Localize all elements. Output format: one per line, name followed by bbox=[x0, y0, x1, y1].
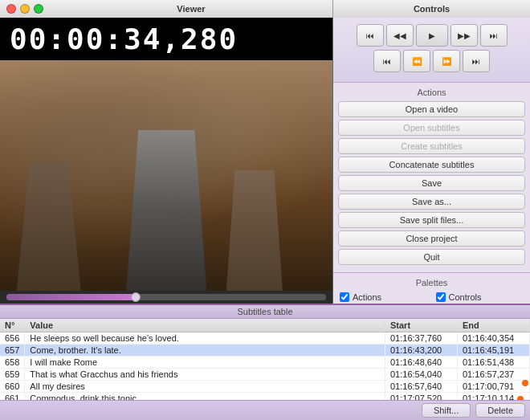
save-as-button[interactable]: Save as... bbox=[338, 194, 525, 210]
open-subtitles-button[interactable]: Open subtitles bbox=[338, 120, 525, 136]
cell-start: 01:16:54,040 bbox=[385, 369, 458, 381]
controls-title: Controls bbox=[333, 4, 530, 14]
palette-col-1: Actions Meter Movie Subtitles bbox=[338, 292, 430, 304]
table-header-row: N° Value Start End bbox=[0, 319, 530, 332]
maximize-button[interactable] bbox=[34, 4, 43, 14]
transport-row-1: ⏮ ◀◀ ▶ ▶▶ ⏭ bbox=[340, 24, 524, 47]
open-video-button[interactable]: Open a video bbox=[338, 101, 525, 117]
figure-right bbox=[226, 170, 283, 291]
cell-n: 659 bbox=[0, 369, 25, 381]
video-frame bbox=[0, 60, 332, 291]
play-button[interactable]: ▶ bbox=[416, 24, 448, 47]
subtitles-table-header: Subtitles table bbox=[0, 305, 530, 319]
palette-controls[interactable]: Controls bbox=[434, 292, 526, 303]
palette-columns: Actions Meter Movie Subtitles bbox=[338, 292, 525, 304]
controls-titlebar: Controls bbox=[333, 0, 530, 18]
window-buttons bbox=[0, 4, 50, 14]
cell-value: That is what Gracchus and his friends bbox=[25, 369, 385, 381]
delete-button[interactable]: Delete bbox=[475, 403, 525, 418]
cell-end: 01:17:00,791 bbox=[458, 381, 530, 393]
palette-actions-label: Actions bbox=[353, 292, 381, 302]
close-button[interactable] bbox=[6, 4, 16, 14]
video-area bbox=[0, 60, 332, 291]
table-row[interactable]: 660 All my desires 01:16:57,640 01:17:00… bbox=[0, 381, 530, 393]
scrubber-track[interactable] bbox=[6, 294, 326, 300]
cell-end: 01:16:57,237 bbox=[458, 369, 530, 381]
minimize-button[interactable] bbox=[20, 4, 30, 14]
col-header-n: N° bbox=[0, 319, 25, 332]
save-button[interactable]: Save bbox=[338, 175, 525, 191]
subtitles-panel: Subtitles table N° Value Start End 656 H… bbox=[0, 304, 530, 420]
next-frame-button[interactable]: ▶▶ bbox=[450, 24, 478, 47]
quit-button[interactable]: Quit bbox=[338, 249, 525, 265]
cell-n: 661 bbox=[0, 393, 25, 401]
table-row[interactable]: 658 I will make Rome 01:16:48,640 01:16:… bbox=[0, 357, 530, 369]
viewer-title: Viewer bbox=[50, 4, 332, 14]
palette-actions-checkbox[interactable] bbox=[340, 292, 349, 302]
subtitles-footer: Shift... Delete bbox=[0, 400, 530, 420]
table-row[interactable]: 656 He sleeps so well because he's loved… bbox=[0, 332, 530, 345]
cell-value: Come, brother. It's late. bbox=[25, 345, 385, 357]
scrubber-bar[interactable] bbox=[0, 291, 332, 304]
cell-n: 657 bbox=[0, 345, 25, 357]
scroll-indicator bbox=[522, 380, 528, 386]
cell-start: 01:16:48,640 bbox=[385, 357, 458, 369]
timecode-display: 00:00:34,280 bbox=[0, 18, 332, 60]
cell-value: All my desires bbox=[25, 381, 385, 393]
rewind-button[interactable]: ⏪ bbox=[403, 50, 430, 72]
close-project-button[interactable]: Close project bbox=[338, 230, 525, 247]
scrubber-thumb[interactable] bbox=[131, 292, 141, 302]
transport-area: ⏮ ◀◀ ▶ ▶▶ ⏭ ⏮ ⏪ ⏩ ⏭ bbox=[333, 18, 530, 83]
rewind-start-button[interactable]: ⏮ bbox=[373, 50, 401, 72]
prev-frame-button[interactable]: ◀◀ bbox=[386, 24, 414, 47]
actions-section: Actions Open a video Open subtitles Crea… bbox=[333, 83, 530, 273]
cell-end: 01:16:51,438 bbox=[458, 357, 530, 369]
controls-panel: ⏮ ◀◀ ▶ ▶▶ ⏭ ⏮ ⏪ ⏩ ⏭ Actions Open a video… bbox=[333, 18, 530, 304]
concatenate-subtitles-button[interactable]: Concatenate subtitles bbox=[338, 157, 525, 173]
cell-n: 658 bbox=[0, 357, 25, 369]
shift-button[interactable]: Shift... bbox=[422, 403, 471, 418]
cell-end: 01:17:10,114 bbox=[458, 393, 530, 401]
cell-value: I will make Rome bbox=[25, 357, 385, 369]
palette-controls-checkbox[interactable] bbox=[436, 292, 446, 302]
save-split-button[interactable]: Save split files... bbox=[338, 212, 525, 228]
viewer-titlebar: Viewer bbox=[0, 0, 333, 18]
cell-start: 01:16:43,200 bbox=[385, 345, 458, 357]
cell-value: He sleeps so well because he's loved. bbox=[25, 332, 385, 345]
palettes-header: Palettes bbox=[338, 278, 525, 287]
viewer-panel: 00:00:34,280 bbox=[0, 18, 333, 304]
palette-col-2: Controls Editor Shift Search Replace bbox=[434, 292, 526, 304]
palette-actions[interactable]: Actions bbox=[338, 292, 430, 303]
row-indicator-dot bbox=[517, 396, 524, 400]
title-bar: Viewer Controls bbox=[0, 0, 530, 18]
table-row[interactable]: 657 Come, brother. It's late. 01:16:43,2… bbox=[0, 345, 530, 357]
cell-start: 01:16:37,760 bbox=[385, 332, 458, 345]
palettes-section: Palettes Actions Meter Movie bbox=[333, 273, 530, 304]
cell-value: Commodus, drink this tonic. bbox=[25, 393, 385, 401]
figure-center bbox=[126, 130, 206, 291]
table-row[interactable]: 661 Commodus, drink this tonic. 01:17:07… bbox=[0, 393, 530, 401]
col-header-end: End bbox=[458, 319, 530, 332]
scrubber-fill bbox=[6, 294, 134, 300]
cell-n: 656 bbox=[0, 332, 25, 345]
fast-forward-button[interactable]: ⏭ bbox=[463, 50, 490, 72]
actions-header: Actions bbox=[338, 88, 525, 97]
col-header-value: Value bbox=[25, 319, 385, 332]
go-start-button[interactable]: ⏮ bbox=[357, 24, 384, 47]
go-end-button[interactable]: ⏭ bbox=[480, 24, 508, 47]
cell-start: 01:17:07,520 bbox=[385, 393, 458, 401]
palette-controls-label: Controls bbox=[449, 292, 482, 302]
cell-n: 660 bbox=[0, 381, 25, 393]
transport-row-2: ⏮ ⏪ ⏩ ⏭ bbox=[340, 50, 524, 72]
col-header-start: Start bbox=[385, 319, 458, 332]
subtitles-table: N° Value Start End 656 He sleeps so well… bbox=[0, 319, 530, 400]
table-row[interactable]: 659 That is what Gracchus and his friend… bbox=[0, 369, 530, 381]
main-area: 00:00:34,280 ⏮ ◀◀ ▶ ▶▶ ⏭ bbox=[0, 18, 530, 304]
cell-end: 01:16:40,354 bbox=[458, 332, 530, 345]
create-subtitles-button[interactable]: Create subtitles bbox=[338, 138, 525, 154]
forward-button[interactable]: ⏩ bbox=[433, 50, 460, 72]
subtitles-table-wrap[interactable]: N° Value Start End 656 He sleeps so well… bbox=[0, 319, 530, 400]
cell-start: 01:16:57,640 bbox=[385, 381, 458, 393]
cell-end: 01:16:45,191 bbox=[458, 345, 530, 357]
